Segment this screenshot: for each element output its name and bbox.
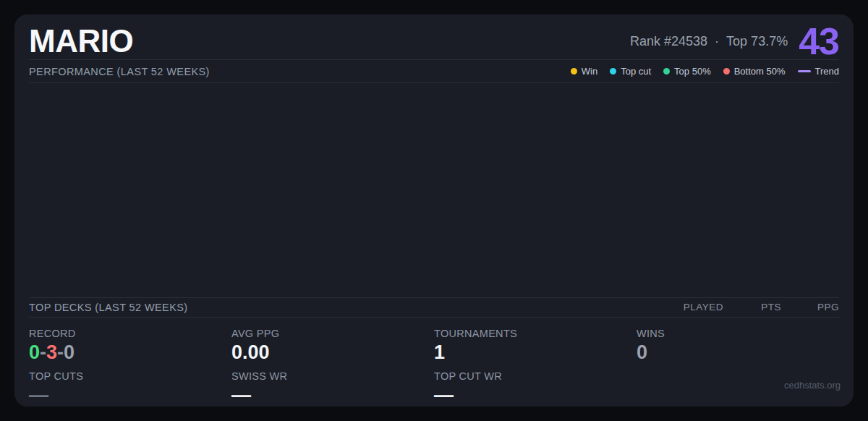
stat-record: RECORD 0-3-0 TOP CUTS — (29, 321, 231, 407)
top-cut-wr-value: — (434, 384, 637, 407)
wins-label: WINS (637, 328, 839, 339)
stats-grid: RECORD 0-3-0 TOP CUTS — AVG PPG 0.00 SWI… (29, 318, 839, 407)
top-percent: Top 73.7% (726, 34, 788, 49)
site-watermark: cedhstats.org (784, 380, 841, 391)
win-dot-icon (571, 68, 577, 75)
record-wins: 0 (29, 341, 40, 363)
legend-label: Bottom 50% (734, 66, 786, 77)
wins-value: 0 (637, 341, 839, 364)
column-header-ppg: PPG (781, 302, 839, 312)
legend-label: Win (582, 66, 597, 77)
avg-ppg-label: AVG PPG (231, 328, 434, 339)
player-score: 43 (799, 22, 839, 60)
swiss-wr-value: — (231, 384, 434, 407)
record-label: RECORD (29, 328, 231, 339)
tournaments-label: TOURNAMENTS (434, 328, 637, 339)
top-cut-dot-icon (610, 68, 616, 75)
top-50-dot-icon (663, 68, 670, 75)
player-name: MARIO (29, 23, 133, 59)
record-draws: 0 (64, 341, 75, 363)
bottom-50-dot-icon (723, 68, 730, 75)
player-stats-card: MARIO Rank #24538 · Top 73.7% 43 PERFORM… (14, 14, 854, 407)
chart-legend: Win Top cut Top 50% Bottom 50% Trend (571, 66, 839, 77)
legend-item-top-cut[interactable]: Top cut (610, 66, 651, 77)
performance-chart (29, 83, 839, 297)
column-header-pts: PTS (723, 302, 781, 312)
stat-avg-ppg: AVG PPG 0.00 SWISS WR — (231, 321, 434, 407)
record-separator: - (40, 341, 46, 363)
stat-wins: WINS 0 (637, 321, 839, 407)
stat-tournaments: TOURNAMENTS 1 TOP CUT WR — (434, 321, 637, 407)
title-row: MARIO Rank #24538 · Top 73.7% 43 (29, 14, 839, 59)
tournaments-value: 1 (434, 341, 637, 364)
top-decks-section-title: TOP DECKS (LAST 52 WEEKS) (29, 302, 188, 313)
legend-label: Trend (815, 66, 839, 77)
performance-section-title: PERFORMANCE (LAST 52 WEEKS) (29, 66, 210, 77)
top-cuts-value: — (29, 384, 231, 407)
rank-number: Rank #24538 (630, 34, 707, 49)
record-losses: 3 (46, 341, 57, 363)
rank-group: Rank #24538 · Top 73.7% 43 (630, 22, 839, 60)
rank-separator: · (715, 34, 719, 49)
top-decks-column-headers: PLAYED PTS PPG (665, 302, 839, 312)
swiss-wr-label: SWISS WR (231, 370, 434, 382)
rank-text: Rank #24538 · Top 73.7% (630, 34, 788, 49)
legend-item-trend[interactable]: Trend (798, 66, 839, 77)
column-header-played: PLAYED (665, 302, 723, 312)
record-separator: - (57, 341, 64, 363)
record-value: 0-3-0 (29, 341, 231, 364)
top-cut-wr-label: TOP CUT WR (434, 370, 637, 382)
legend-label: Top cut (621, 66, 651, 77)
legend-item-top-50[interactable]: Top 50% (663, 66, 711, 77)
legend-item-bottom-50[interactable]: Bottom 50% (723, 66, 786, 77)
top-decks-header-row: TOP DECKS (LAST 52 WEEKS) PLAYED PTS PPG (29, 298, 839, 317)
avg-ppg-value: 0.00 (231, 341, 434, 364)
legend-label: Top 50% (674, 66, 711, 77)
top-cuts-label: TOP CUTS (29, 370, 231, 382)
performance-header-row: PERFORMANCE (LAST 52 WEEKS) Win Top cut … (29, 60, 839, 82)
legend-item-win[interactable]: Win (571, 66, 597, 77)
trend-line-icon (798, 70, 811, 72)
